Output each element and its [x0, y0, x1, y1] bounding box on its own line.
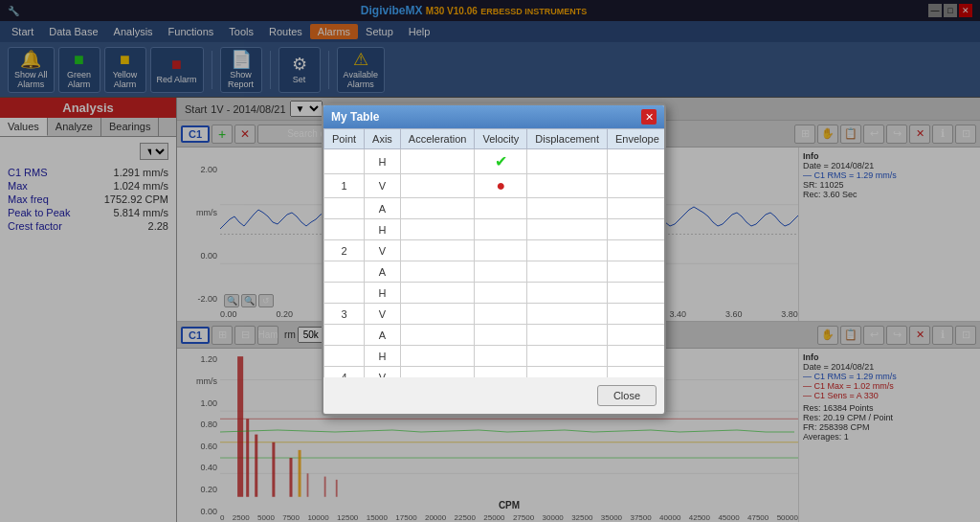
cell-envelope — [607, 261, 664, 283]
cell-acceleration — [400, 198, 475, 219]
cell-acceleration — [400, 283, 475, 304]
table-row: H — [324, 283, 665, 304]
cell-axis: V — [365, 174, 401, 198]
cell-velocity — [475, 304, 527, 325]
cell-displacement — [527, 219, 608, 240]
cell-axis: A — [365, 325, 401, 346]
table-row: A — [324, 261, 665, 283]
table-row: 3V — [324, 304, 665, 325]
cell-acceleration — [400, 174, 475, 198]
cell-point: 3 — [324, 304, 365, 325]
cell-acceleration — [400, 261, 475, 283]
cell-displacement — [527, 198, 608, 219]
cell-acceleration — [400, 367, 475, 378]
cell-acceleration — [400, 219, 475, 240]
cell-envelope — [607, 198, 664, 219]
cell-axis: H — [365, 346, 401, 367]
cell-displacement — [527, 261, 608, 283]
cell-point — [324, 149, 365, 174]
cell-velocity: ✔ — [475, 149, 527, 174]
cell-displacement — [527, 174, 608, 198]
cell-envelope — [607, 325, 664, 346]
cell-displacement — [527, 346, 608, 367]
cell-velocity — [475, 240, 527, 261]
table-row: 1V● — [324, 174, 665, 198]
cell-point — [324, 283, 365, 304]
cell-axis: H — [365, 283, 401, 304]
cell-velocity — [475, 219, 527, 240]
cell-acceleration — [400, 346, 475, 367]
cell-point — [324, 261, 365, 283]
cell-point — [324, 219, 365, 240]
col-axis: Axis — [365, 129, 401, 149]
cell-point — [324, 198, 365, 219]
col-displacement: Displacement — [527, 129, 608, 149]
cell-axis: H — [365, 149, 401, 174]
cell-point: 4 — [324, 367, 365, 378]
cell-axis: V — [365, 240, 401, 261]
cell-axis: V — [365, 304, 401, 325]
table-row: H — [324, 219, 665, 240]
modal-close-button[interactable]: Close — [597, 385, 657, 406]
cell-velocity — [475, 367, 527, 378]
cell-velocity — [475, 346, 527, 367]
cell-velocity — [475, 198, 527, 219]
table-row: 4V — [324, 367, 665, 378]
cell-envelope — [607, 346, 664, 367]
table-row: A — [324, 325, 665, 346]
table-row: H — [324, 346, 665, 367]
cell-envelope — [607, 240, 664, 261]
cell-point — [324, 325, 365, 346]
cell-acceleration — [400, 304, 475, 325]
modal-close-x-button[interactable]: ✕ — [641, 109, 657, 125]
cell-point — [324, 346, 365, 367]
cell-acceleration — [400, 325, 475, 346]
table-row: H✔ — [324, 149, 665, 174]
cell-envelope — [607, 283, 664, 304]
cell-displacement — [527, 304, 608, 325]
modal-header: My Table ✕ — [323, 105, 664, 128]
table-row: A — [324, 198, 665, 219]
cell-axis: A — [365, 261, 401, 283]
cell-displacement — [527, 240, 608, 261]
table-header-row: Point Axis Acceleration Velocity Displac… — [324, 129, 665, 149]
cell-axis: V — [365, 367, 401, 378]
cell-envelope — [607, 174, 664, 198]
my-table-modal: My Table ✕ Point Axis Acceleration Veloc… — [322, 103, 666, 416]
cell-displacement — [527, 325, 608, 346]
modal-content: Point Axis Acceleration Velocity Displac… — [323, 128, 664, 377]
col-point: Point — [324, 129, 365, 149]
col-velocity: Velocity — [475, 129, 527, 149]
cell-envelope — [607, 367, 664, 378]
cell-envelope — [607, 219, 664, 240]
cell-axis: A — [365, 198, 401, 219]
cell-displacement — [527, 283, 608, 304]
cell-velocity — [475, 261, 527, 283]
modal-table-wrapper: Point Axis Acceleration Velocity Displac… — [323, 128, 664, 377]
modal-overlay: My Table ✕ Point Axis Acceleration Veloc… — [0, 0, 980, 522]
modal-table: Point Axis Acceleration Velocity Displac… — [323, 128, 664, 377]
modal-footer: Close — [323, 377, 664, 414]
cell-displacement — [527, 149, 608, 174]
cell-point: 1 — [324, 174, 365, 198]
table-row: 2V — [324, 240, 665, 261]
cell-acceleration — [400, 149, 475, 174]
cell-velocity: ● — [475, 174, 527, 198]
cell-envelope — [607, 304, 664, 325]
cell-axis: H — [365, 219, 401, 240]
cell-envelope — [607, 149, 664, 174]
modal-title: My Table — [331, 110, 379, 124]
col-envelope: Envelope — [607, 129, 664, 149]
cell-point: 2 — [324, 240, 365, 261]
cell-acceleration — [400, 240, 475, 261]
cell-velocity — [475, 283, 527, 304]
cell-velocity — [475, 325, 527, 346]
col-acceleration: Acceleration — [400, 129, 475, 149]
cell-displacement — [527, 367, 608, 378]
